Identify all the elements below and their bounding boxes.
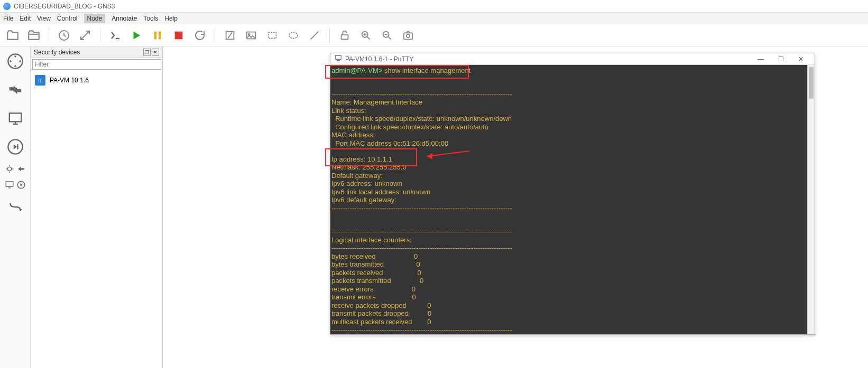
lock-button[interactable] <box>336 27 353 44</box>
menu-tools[interactable]: Tools <box>143 15 158 22</box>
devices-panel-title: Security devices <box>34 49 80 56</box>
reload-all-button[interactable] <box>191 27 208 44</box>
menu-control[interactable]: Control <box>57 15 78 22</box>
menu-help[interactable]: Help <box>164 15 178 22</box>
devices-filter-input[interactable] <box>32 59 161 70</box>
devices-panel: Security devices ❐ ✕ ◫ PA-VM 10.1.6 <box>31 46 163 368</box>
draw-ellipse-button[interactable] <box>285 27 302 44</box>
draw-rect-button[interactable] <box>264 27 281 44</box>
putty-minimize-button[interactable]: ― <box>751 54 770 64</box>
start-all-button[interactable] <box>128 27 145 44</box>
svg-rect-15 <box>9 113 21 121</box>
device-label: PA-VM 10.1.6 <box>50 77 89 84</box>
toolbar <box>0 24 868 46</box>
end-devices-button[interactable] <box>4 107 27 130</box>
svg-rect-17 <box>17 144 18 149</box>
device-toolbar <box>0 46 31 368</box>
draw-line-button[interactable] <box>306 27 323 44</box>
svg-rect-1 <box>154 31 157 39</box>
open-folder-button[interactable] <box>25 27 42 44</box>
putty-icon <box>335 54 342 63</box>
menu-edit[interactable]: Edit <box>20 15 31 22</box>
panel-close-button[interactable]: ✕ <box>152 49 159 56</box>
menu-annotate[interactable]: Annotate <box>112 15 137 22</box>
monitor-small-icon[interactable] <box>4 180 15 190</box>
show-hide-button[interactable] <box>77 27 94 44</box>
putty-window[interactable]: PA-VM10.1.6-1 - PuTTY ― ☐ ✕ admin@PA-VM>… <box>330 53 815 335</box>
window-titlebar: CIBERSEGURIDAD_BLOG - GNS3 <box>0 0 868 13</box>
svg-rect-7 <box>269 32 276 38</box>
panel-undock-button[interactable]: ❐ <box>143 49 151 56</box>
menubar: File Edit View Control Node Annotate Too… <box>0 13 868 24</box>
add-link-button[interactable] <box>4 195 27 219</box>
gns3-app-icon <box>3 3 11 10</box>
routers-button[interactable] <box>4 50 27 73</box>
menu-node[interactable]: Node <box>84 14 106 23</box>
svg-rect-21 <box>336 55 341 59</box>
svg-point-13 <box>407 34 410 37</box>
putty-close-button[interactable]: ✕ <box>791 54 810 64</box>
zoom-in-button[interactable] <box>357 27 374 44</box>
annotate-note-button[interactable] <box>221 27 238 44</box>
device-list-item[interactable]: ◫ PA-VM 10.1.6 <box>33 73 160 88</box>
security-devices-button[interactable] <box>4 135 27 158</box>
console-all-button[interactable] <box>107 27 124 44</box>
svg-rect-3 <box>175 31 183 39</box>
browse-all-button[interactable] <box>16 164 26 174</box>
pause-all-button[interactable] <box>149 27 166 44</box>
firewall-icon: ◫ <box>35 75 45 86</box>
svg-point-8 <box>289 32 298 38</box>
open-project-button[interactable] <box>4 27 21 44</box>
all-devices-button[interactable] <box>4 164 15 174</box>
putty-title: PA-VM10.1.6-1 - PuTTY <box>345 55 413 63</box>
terminal-scrollbar[interactable] <box>807 65 815 334</box>
svg-rect-9 <box>341 35 348 39</box>
snapshot-button[interactable] <box>56 27 72 44</box>
window-title: CIBERSEGURIDAD_BLOG - GNS3 <box>14 3 115 10</box>
svg-rect-19 <box>6 182 13 186</box>
zoom-out-button[interactable] <box>378 27 395 44</box>
putty-titlebar[interactable]: PA-VM10.1.6-1 - PuTTY ― ☐ ✕ <box>330 53 815 65</box>
svg-rect-2 <box>159 31 161 39</box>
topology-canvas[interactable]: PA-VM10.1.6-1 admin / mvwxxxxxxxxxvmw PA… <box>163 46 868 368</box>
svg-point-18 <box>7 167 12 171</box>
switches-button[interactable] <box>4 78 27 101</box>
putty-maximize-button[interactable]: ☐ <box>771 54 790 64</box>
menu-view[interactable]: View <box>37 15 51 22</box>
screenshot-button[interactable] <box>400 27 417 44</box>
terminal-output[interactable]: admin@PA-VM> show interface management -… <box>330 65 815 334</box>
menu-file[interactable]: File <box>3 15 13 22</box>
play-small-icon[interactable] <box>16 180 26 190</box>
insert-image-button[interactable] <box>243 27 260 44</box>
stop-all-button[interactable] <box>170 27 187 44</box>
